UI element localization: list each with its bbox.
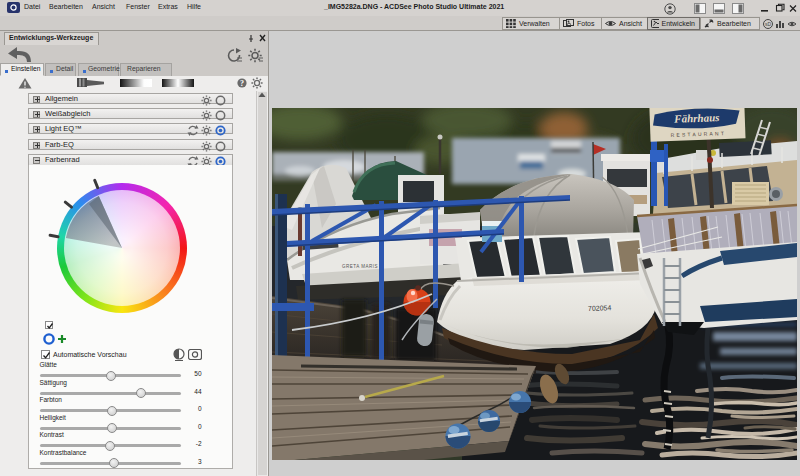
svg-text:?: ? — [240, 78, 244, 87]
svg-text:702054: 702054 — [588, 304, 612, 312]
svg-text:sD: sD — [765, 21, 772, 27]
svg-text:GRETA MARIS: GRETA MARIS — [342, 264, 378, 269]
svg-text:Fährhaus: Fährhaus — [673, 111, 720, 125]
